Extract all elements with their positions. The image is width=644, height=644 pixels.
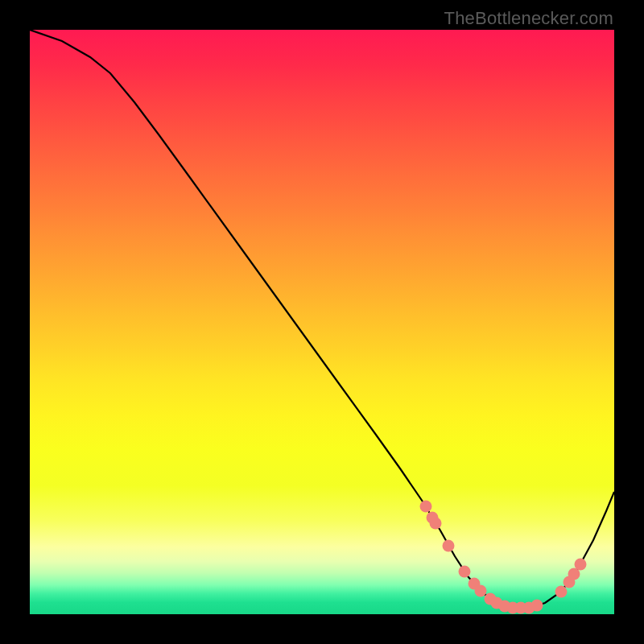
curve-svg — [30, 30, 614, 614]
data-dot — [531, 600, 543, 612]
plot-area — [30, 30, 614, 614]
data-dot — [430, 518, 442, 530]
data-dot — [459, 566, 471, 578]
data-dot — [420, 501, 432, 513]
data-dot — [555, 586, 568, 598]
data-dot — [475, 585, 487, 597]
dots-group — [420, 501, 587, 614]
chart-container: TheBottlenecker.com — [0, 0, 644, 644]
data-dot — [443, 540, 455, 552]
watermark-text: TheBottlenecker.com — [444, 8, 613, 29]
data-dot — [575, 559, 587, 571]
bottleneck-curve — [30, 30, 614, 608]
